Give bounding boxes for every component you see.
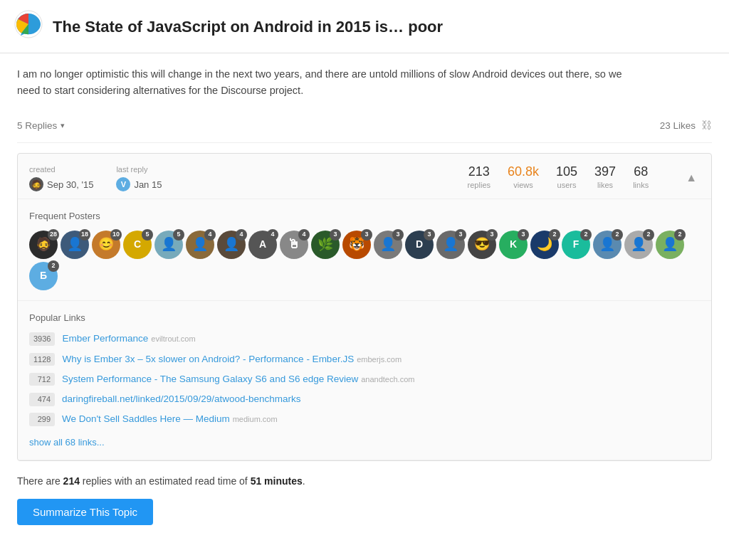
link-href[interactable]: System Performance - The Samsung Galaxy … (62, 372, 414, 386)
stat-views: 60.8k views (508, 164, 539, 191)
show-all-links[interactable]: show all 68 links... (29, 435, 105, 450)
replies-label: 5 Replies (17, 120, 57, 131)
meta-bar: 5 Replies ▾ 23 Likes ⛓ (17, 112, 712, 143)
views-num: 60.8k (508, 164, 539, 180)
link-count: 3936 (29, 332, 55, 346)
page-title: The State of JavaScript on Android in 20… (53, 15, 443, 38)
likes-lbl: likes (594, 179, 616, 191)
stat-likes: 397 likes (594, 164, 616, 191)
link-href[interactable]: We Don't Sell Saddles Here — Mediummediu… (62, 412, 278, 426)
link-domain: medium.com (233, 415, 278, 423)
footer-area: There are 214 replies with an estimated … (0, 461, 729, 542)
links-list: 3936Ember Performanceeviltrout.com1128Wh… (29, 332, 700, 426)
link-count: 712 (29, 373, 55, 386)
frequent-posters-title: Frequent Posters (29, 209, 700, 223)
read-time-replies: 214 (63, 475, 80, 487)
link-count: 1128 (29, 353, 55, 366)
poster-avatar[interactable]: 👤3 (374, 231, 402, 259)
poster-avatar[interactable]: F2 (562, 231, 590, 259)
poster-avatar[interactable]: 👤4 (217, 231, 246, 259)
poster-avatar[interactable]: 🖱4 (280, 231, 308, 259)
users-num: 105 (556, 164, 577, 180)
created-val: 🧔 Sep 30, '15 (29, 177, 93, 191)
link-row: 299We Don't Sell Saddles Here — Mediumme… (29, 412, 700, 426)
poster-avatar[interactable]: 😊10 (92, 231, 120, 259)
replies-lbl: replies (468, 179, 491, 191)
views-lbl: views (508, 179, 539, 191)
poster-avatar[interactable]: D3 (405, 231, 434, 259)
link-row: 1128Why is Ember 3x – 5x slower on Andro… (29, 352, 700, 366)
poster-avatar[interactable]: 🌙2 (530, 231, 559, 259)
poster-avatar[interactable]: 🐯3 (342, 231, 371, 259)
stats-numbers: 213 replies 60.8k views 105 users 397 li… (468, 164, 649, 191)
poster-avatar[interactable]: 👤2 (593, 231, 622, 259)
created-label: created (29, 164, 93, 176)
likes-area: 23 Likes ⛓ (660, 117, 712, 134)
poster-avatar[interactable]: 😎3 (468, 231, 496, 259)
last-reply-val: V Jan 15 (116, 177, 162, 191)
link-domain: emberjs.com (357, 355, 402, 364)
poster-avatar[interactable]: A4 (248, 231, 277, 259)
read-time-suffix: . (303, 475, 305, 487)
read-time-mid: replies with an estimated read time of (80, 475, 251, 487)
link-domain: anandtech.com (361, 375, 414, 384)
chevron-down-icon: ▾ (61, 121, 65, 130)
read-time-prefix: There are (17, 475, 63, 487)
link-domain: eviltrout.com (151, 334, 195, 343)
poster-avatar[interactable]: K3 (499, 231, 528, 259)
poster-avatar[interactable]: 👤4 (186, 231, 214, 259)
link-count: 474 (29, 393, 55, 406)
likes-label: 23 Likes (660, 119, 696, 133)
created-avatar: 🧔 (29, 177, 43, 191)
link-icon: ⛓ (701, 117, 712, 134)
poster-avatar[interactable]: Б2 (29, 262, 58, 290)
users-lbl: users (556, 179, 577, 191)
stats-top: created 🧔 Sep 30, '15 last reply V Jan 1… (18, 154, 711, 200)
posters-grid: 🧔28👤18😊10C5👤5👤4👤4A4🖱4🌿3🐯3👤3D3👤3😎3K3🌙2F2👤… (29, 231, 700, 290)
link-row: 712System Performance - The Samsung Gala… (29, 372, 700, 386)
link-href[interactable]: Why is Ember 3x – 5x slower on Android? … (62, 352, 402, 366)
last-reply-label: last reply (116, 164, 162, 176)
links-lbl: links (633, 179, 649, 191)
popular-links-title: Popular Links (29, 311, 700, 325)
likes-num: 397 (594, 164, 616, 180)
last-reply-date: Jan 15 (134, 178, 162, 192)
stat-users: 105 users (556, 164, 577, 191)
replies-button[interactable]: 5 Replies ▾ (17, 120, 65, 131)
link-row: 3936Ember Performanceeviltrout.com (29, 332, 700, 346)
link-href[interactable]: daringfireball.net/linked/2015/09/29/atw… (62, 392, 300, 406)
link-href[interactable]: Ember Performanceeviltrout.com (62, 332, 195, 346)
poster-avatar[interactable]: 👤3 (436, 231, 465, 259)
stat-links: 68 links (633, 164, 649, 191)
links-num: 68 (633, 164, 649, 180)
collapse-button[interactable]: ▲ (683, 171, 700, 184)
poster-avatar[interactable]: 👤2 (656, 231, 684, 259)
poster-avatar[interactable]: 👤18 (61, 231, 89, 259)
popular-links-section: Popular Links 3936Ember Performanceevilt… (18, 301, 711, 460)
poster-avatar[interactable]: 🧔28 (29, 231, 58, 259)
logo (14, 10, 43, 43)
page-header: The State of JavaScript on Android in 20… (0, 0, 729, 53)
stat-last-reply: last reply V Jan 15 (116, 164, 162, 192)
read-time-text: There are 214 replies with an estimated … (17, 474, 712, 489)
topic-summary: I am no longer optimistic this will chan… (17, 66, 629, 99)
link-count: 299 (29, 413, 55, 426)
link-row: 474daringfireball.net/linked/2015/09/29/… (29, 392, 700, 406)
poster-avatar[interactable]: 👤2 (624, 231, 653, 259)
stat-replies: 213 replies (468, 164, 491, 191)
poster-avatar[interactable]: 👤5 (154, 231, 183, 259)
read-time-minutes: 51 minutes (251, 475, 303, 487)
frequent-posters-section: Frequent Posters 🧔28👤18😊10C5👤5👤4👤4A4🖱4🌿3… (18, 199, 711, 301)
summarize-button[interactable]: Summarize This Topic (17, 499, 153, 525)
stat-created: created 🧔 Sep 30, '15 (29, 164, 93, 192)
last-reply-avatar: V (116, 177, 130, 191)
poster-avatar[interactable]: C5 (123, 231, 152, 259)
content-area: I am no longer optimistic this will chan… (0, 53, 729, 461)
poster-avatar[interactable]: 🌿3 (311, 231, 340, 259)
replies-num: 213 (468, 164, 491, 180)
last-reply-user: V (121, 179, 126, 191)
created-date: Sep 30, '15 (47, 178, 93, 192)
stats-card: created 🧔 Sep 30, '15 last reply V Jan 1… (17, 153, 712, 461)
